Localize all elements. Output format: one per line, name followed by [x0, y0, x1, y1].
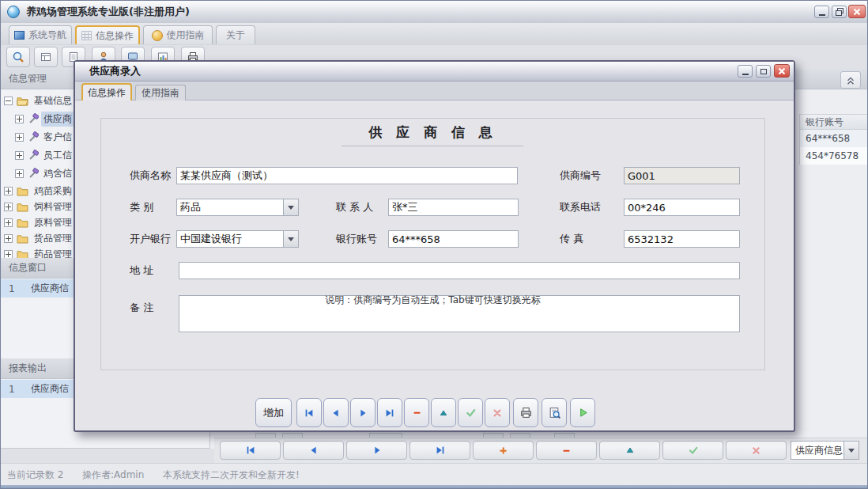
- form-toolbar-button[interactable]: [34, 47, 58, 67]
- nav-prev-icon: [330, 408, 342, 419]
- tab-about[interactable]: 关于: [216, 25, 255, 44]
- tree-item-basic-info[interactable]: 基础信息: [4, 93, 74, 108]
- execute-button[interactable]: [570, 398, 595, 427]
- expand-box-icon[interactable]: [4, 234, 13, 243]
- dialog-title: 供应商录入: [89, 62, 141, 82]
- collapse-box-icon[interactable]: [4, 97, 13, 105]
- dataset-selector-combo[interactable]: 供应商信息: [791, 441, 859, 460]
- check-icon: [688, 445, 699, 456]
- grid-column-bank-account[interactable]: 银行账号: [799, 114, 868, 130]
- field-label-address: 地 址: [130, 262, 153, 279]
- tree-item-label: 供应商: [41, 112, 74, 127]
- nav-first-button[interactable]: [220, 441, 281, 460]
- plus-icon: [498, 445, 508, 456]
- edit-record-button[interactable]: [599, 441, 660, 460]
- dialog-titlebar[interactable]: 供应商录入: [75, 62, 794, 82]
- print-preview-button[interactable]: [542, 398, 567, 427]
- nav-prev-button[interactable]: [323, 398, 349, 427]
- contact-input[interactable]: [388, 199, 519, 216]
- supplier-name-input[interactable]: [176, 167, 518, 184]
- add-button[interactable]: 增加: [255, 398, 292, 427]
- restore-button[interactable]: [832, 6, 847, 18]
- minimize-button[interactable]: [814, 6, 829, 18]
- nav-prev-button[interactable]: [283, 441, 344, 460]
- tree-item-goods-management[interactable]: 货品管理: [4, 230, 74, 246]
- tree-item-feed-management[interactable]: 饲料管理: [4, 199, 74, 214]
- field-label-supplier-name: 供商名称: [130, 167, 171, 184]
- post-record-button[interactable]: [662, 441, 723, 460]
- nav-first-icon: [245, 445, 256, 456]
- chevron-down-icon[interactable]: [283, 231, 298, 247]
- dialog-maximize-button[interactable]: [756, 65, 771, 78]
- expand-box-icon[interactable]: [15, 115, 24, 123]
- tree-item-supplier[interactable]: 供应商: [15, 111, 74, 127]
- expand-box-icon[interactable]: [15, 151, 24, 160]
- expand-box-icon[interactable]: [15, 133, 24, 142]
- nav-next-button[interactable]: [350, 398, 376, 427]
- cancel-record-button[interactable]: [485, 398, 510, 427]
- expand-box-icon[interactable]: [4, 203, 13, 211]
- dialog-tab-info-operation[interactable]: 信息操作: [81, 83, 132, 100]
- blue-square-icon: [14, 31, 25, 40]
- post-record-button[interactable]: [458, 398, 483, 427]
- chevron-down-icon[interactable]: [843, 442, 859, 459]
- field-label-fax: 传 真: [560, 230, 583, 248]
- field-label-phone: 联系电话: [560, 199, 601, 216]
- tree-item-label: 鸡苗采购: [32, 184, 74, 199]
- grid-cell-bank-account-2[interactable]: 454*76578: [799, 147, 868, 165]
- edit-record-button[interactable]: [431, 398, 456, 427]
- nav-prev-icon: [308, 445, 319, 456]
- grid-cell-bank-account-1[interactable]: 64***658: [799, 130, 868, 147]
- tree-item-label: 鸡舍信: [41, 166, 74, 181]
- delete-record-button[interactable]: [536, 441, 597, 460]
- tab-user-guide[interactable]: 使用指南: [143, 25, 213, 44]
- tab-info-operation[interactable]: 信息操作: [75, 25, 140, 44]
- supplier-no-input[interactable]: [624, 167, 740, 184]
- list-item-label: 供应商信: [31, 282, 69, 295]
- tree-item-label: 原料管理: [32, 215, 74, 230]
- search-toolbar-button[interactable]: [6, 47, 30, 67]
- tree-item-material-management[interactable]: 原料管理: [4, 214, 74, 230]
- expand-box-icon[interactable]: [4, 218, 13, 227]
- gold-circle-icon: [152, 30, 163, 41]
- address-input[interactable]: [179, 262, 740, 279]
- minus-icon: [412, 408, 422, 418]
- tab-system-navigation[interactable]: 系统导航: [9, 25, 72, 44]
- expand-box-icon[interactable]: [4, 187, 13, 195]
- bank-account-input[interactable]: [388, 230, 519, 248]
- collapse-panel-button[interactable]: [840, 71, 861, 89]
- chevron-down-icon[interactable]: [283, 199, 298, 215]
- expand-box-icon[interactable]: [4, 250, 13, 259]
- nav-last-button[interactable]: [377, 398, 402, 427]
- statusbar: 当前记录数 2 操作者:Admin 本系统支持二次开发和全新开发!: [1, 463, 868, 485]
- delete-record-button[interactable]: [404, 398, 429, 427]
- minimize-icon: [742, 74, 749, 75]
- nav-last-icon: [435, 445, 446, 456]
- tree-item-customer[interactable]: 客户信: [15, 129, 74, 145]
- expand-box-icon[interactable]: [15, 169, 24, 178]
- fax-input[interactable]: [624, 230, 740, 248]
- phone-input[interactable]: [624, 199, 740, 216]
- tree-item-label: 基础信息: [32, 93, 74, 108]
- combo-value: 中国建设银行: [177, 231, 283, 247]
- category-combo[interactable]: 药品: [176, 199, 299, 216]
- nav-first-button[interactable]: [296, 398, 322, 427]
- tab-label: 使用指南: [142, 86, 179, 100]
- tree-item-chick-purchase[interactable]: 鸡苗采购: [4, 183, 74, 199]
- dialog-minimize-button[interactable]: [738, 65, 753, 78]
- close-button[interactable]: [848, 5, 866, 18]
- tree-item-henhouse[interactable]: 鸡舍信: [15, 165, 74, 181]
- combo-value: 供应商信息: [791, 442, 843, 459]
- print-button[interactable]: [513, 398, 538, 427]
- dialog-tabrow: 信息操作 使用指南: [75, 82, 794, 100]
- bank-combo[interactable]: 中国建设银行: [176, 230, 299, 248]
- cancel-record-button[interactable]: [726, 441, 787, 460]
- tree-item-employee[interactable]: 员工信: [15, 147, 74, 163]
- nav-next-button[interactable]: [346, 441, 407, 460]
- dialog-close-button[interactable]: [774, 64, 790, 78]
- field-label-account: 银行账号: [336, 230, 377, 248]
- dialog-tab-user-guide[interactable]: 使用指南: [135, 85, 186, 100]
- nav-last-button[interactable]: [409, 441, 470, 460]
- insert-record-button[interactable]: [473, 441, 534, 460]
- x-icon: [492, 408, 503, 419]
